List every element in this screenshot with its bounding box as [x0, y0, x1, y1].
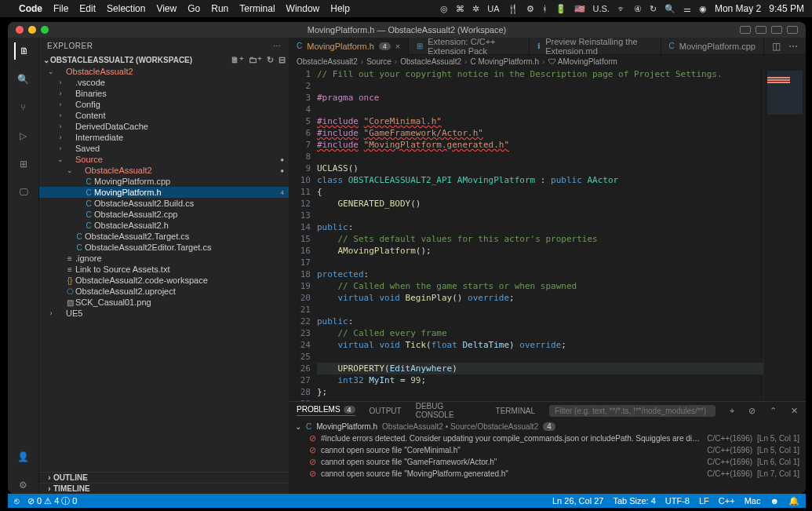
- activity-remote-icon[interactable]: 🖵: [15, 184, 32, 201]
- tree-file[interactable]: CMovingPlatform.h4: [39, 187, 289, 198]
- problem-row[interactable]: ⊘cannot open source file "MovingPlatform…: [295, 468, 799, 480]
- app-name[interactable]: Code: [19, 3, 42, 14]
- new-file-icon[interactable]: 🗎⁺: [231, 55, 244, 65]
- code-editor[interactable]: // Fill out your copyright notice in the…: [317, 68, 763, 401]
- status-remote[interactable]: ⎋: [14, 495, 20, 507]
- tree-file[interactable]: ▨SCK_Casual01.png: [39, 297, 289, 308]
- editor-tab[interactable]: CMovingPlatform.h4×: [289, 38, 409, 54]
- status-bell-icon[interactable]: 🔔: [788, 496, 799, 506]
- tray-icon[interactable]: 🍴: [508, 4, 519, 14]
- clock-icon[interactable]: ④: [634, 4, 642, 14]
- layout-right-icon[interactable]: [771, 26, 782, 34]
- new-folder-icon[interactable]: 🗀⁺: [249, 55, 262, 65]
- activity-run-icon[interactable]: ▷: [15, 127, 32, 144]
- tree-file[interactable]: ≡Link to Source Assets.txt: [39, 264, 289, 275]
- tray-icon[interactable]: ⚙: [526, 4, 534, 14]
- refresh-icon[interactable]: ↻: [267, 55, 274, 65]
- activity-scm-icon[interactable]: ⑂: [15, 99, 32, 116]
- battery-icon[interactable]: 🔋: [555, 4, 566, 14]
- tree-folder[interactable]: ›Saved: [39, 143, 289, 154]
- tree-folder[interactable]: ›Config: [39, 99, 289, 110]
- problem-row[interactable]: ⊘cannot open source file "CoreMinimal.h"…: [295, 444, 799, 456]
- menu-help[interactable]: Help: [330, 3, 350, 14]
- status-eol[interactable]: LF: [699, 496, 709, 506]
- tree-folder[interactable]: ›Content: [39, 110, 289, 121]
- maximize-panel-icon[interactable]: ⌃: [770, 406, 777, 416]
- tree-file[interactable]: ≡.ignore: [39, 253, 289, 264]
- siri-icon[interactable]: ◉: [699, 4, 707, 14]
- timeline-section[interactable]: TIMELINE: [53, 484, 90, 493]
- input-flag-icon[interactable]: 🇺🇸: [574, 4, 585, 14]
- chevron-down-icon[interactable]: ⌄: [295, 422, 301, 431]
- explorer-more-icon[interactable]: ⋯: [273, 42, 282, 50]
- chevron-right-icon[interactable]: ›: [46, 473, 53, 482]
- minimize-window-button[interactable]: [28, 26, 36, 34]
- tree-file[interactable]: ⎔ObstacleAssualt2.uproject: [39, 286, 289, 297]
- outline-section[interactable]: OUTLINE: [53, 473, 88, 482]
- wifi-icon[interactable]: ᯤ: [617, 4, 626, 13]
- activity-settings-icon[interactable]: ⚙: [15, 476, 32, 494]
- tree-file[interactable]: CObstacleAssualt2.Target.cs: [39, 231, 289, 242]
- breadcrumb-segment[interactable]: C MovingPlatform.h: [470, 57, 539, 66]
- chevron-right-icon[interactable]: ›: [46, 484, 53, 493]
- status-problems[interactable]: ⊘0 ⚠4 ⓘ0: [27, 495, 77, 507]
- tree-file[interactable]: {}ObstacleAssualt2.code-workspace: [39, 275, 289, 286]
- status-encoding[interactable]: UTF-8: [665, 496, 690, 506]
- tree-file[interactable]: CObstacleAssualt2.Build.cs: [39, 198, 289, 209]
- breadcrumb-segment[interactable]: ObstacleAssualt2: [400, 57, 461, 66]
- tree-folder[interactable]: ›DerivedDataCache: [39, 121, 289, 132]
- tree-file[interactable]: CObstacleAssualt2Editor.Target.cs: [39, 242, 289, 253]
- activity-search-icon[interactable]: 🔍: [15, 71, 32, 88]
- problem-row[interactable]: ⊘cannot open source file "GameFramework/…: [295, 456, 799, 468]
- bluetooth-icon[interactable]: ᚼ: [542, 4, 548, 13]
- tab-close-icon[interactable]: ×: [395, 42, 400, 51]
- breadcrumb-segment[interactable]: ObstacleAssualt2: [297, 57, 358, 66]
- problem-row[interactable]: ⊘#include errors detected. Consider upda…: [295, 433, 799, 444]
- tree-file[interactable]: CObstacleAssualt2.h: [39, 220, 289, 231]
- breadcrumb-segment[interactable]: 🛡 AMovingPlatform: [548, 57, 617, 66]
- problems-file-name[interactable]: MovingPlatform.h: [316, 422, 377, 431]
- status-indent[interactable]: Tab Size: 4: [613, 496, 655, 506]
- status-language[interactable]: C++: [719, 496, 735, 506]
- activity-explorer-icon[interactable]: 🗎: [14, 42, 31, 60]
- split-editor-icon[interactable]: ◫: [772, 41, 781, 52]
- tree-file[interactable]: CObstacleAssualt2.cpp: [39, 209, 289, 220]
- tab-more-icon[interactable]: ⋯: [788, 41, 798, 52]
- tree-folder[interactable]: ›Binaries: [39, 88, 289, 99]
- tray-ua[interactable]: UA: [487, 4, 499, 13]
- status-cursor[interactable]: Ln 26, Col 27: [552, 496, 603, 506]
- menu-file[interactable]: File: [53, 3, 68, 14]
- workspace-name[interactable]: OBSTACLEASSUALT2 (WORKSPACE): [50, 56, 192, 64]
- layout-bottom-icon[interactable]: [756, 26, 766, 34]
- tray-icon[interactable]: ✲: [472, 4, 479, 14]
- editor-tab[interactable]: ℹPreview Reinstalling the Extension.md: [530, 38, 661, 54]
- sync-icon[interactable]: ↻: [650, 4, 657, 14]
- status-platform[interactable]: Mac: [745, 496, 761, 506]
- tree-folder[interactable]: ›Intermediate: [39, 132, 289, 143]
- close-panel-icon[interactable]: ✕: [791, 406, 798, 416]
- menu-run[interactable]: Run: [211, 3, 228, 14]
- layout-customize-icon[interactable]: [787, 26, 798, 34]
- menubar-date[interactable]: Mon May 2: [715, 3, 761, 14]
- tree-folder[interactable]: ⌄ObstacleAssualt2●: [39, 165, 289, 176]
- tree-folder[interactable]: ⌄Source●: [39, 154, 289, 165]
- tree-file[interactable]: CMovingPlatform.cpp: [39, 176, 289, 187]
- zoom-window-button[interactable]: [41, 26, 49, 34]
- input-locale[interactable]: U.S.: [593, 4, 610, 13]
- minimap[interactable]: [763, 68, 806, 401]
- close-window-button[interactable]: [16, 26, 24, 34]
- breadcrumb[interactable]: ObstacleAssualt2›Source›ObstacleAssualt2…: [289, 55, 806, 68]
- tray-icon[interactable]: ◎: [440, 4, 448, 14]
- menu-selection[interactable]: Selection: [107, 3, 145, 14]
- menu-window[interactable]: Window: [286, 3, 320, 14]
- collapse-all-icon[interactable]: ⊟: [279, 55, 286, 65]
- menu-go[interactable]: Go: [188, 3, 200, 14]
- breadcrumb-segment[interactable]: Source: [366, 57, 391, 66]
- menu-view[interactable]: View: [156, 3, 177, 14]
- tray-icon[interactable]: ⌘: [456, 4, 464, 14]
- menu-edit[interactable]: Edit: [79, 3, 96, 14]
- activity-accounts-icon[interactable]: 👤: [15, 448, 32, 465]
- chevron-down-icon[interactable]: ⌄: [42, 56, 50, 64]
- tree-folder[interactable]: ›.vscode: [39, 77, 289, 88]
- editor-tab[interactable]: ⊞Extension: C/C++ Extension Pack: [409, 38, 530, 54]
